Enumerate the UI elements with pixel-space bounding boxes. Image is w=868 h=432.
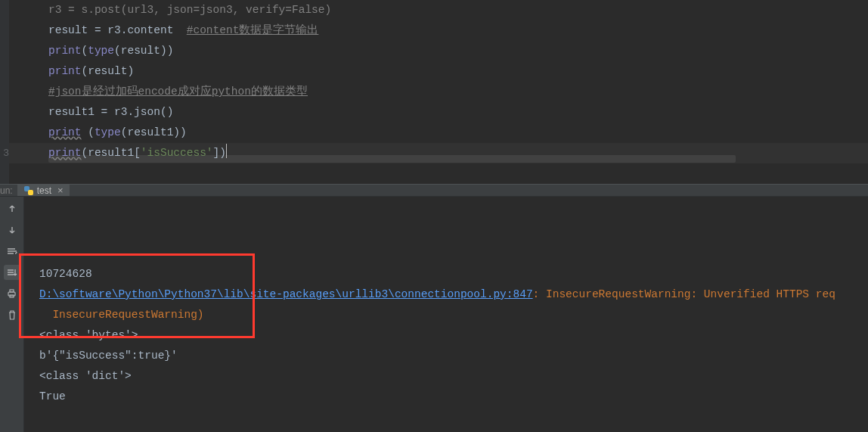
console-line: True [39, 387, 865, 407]
code-line[interactable]: print(result) [48, 61, 868, 82]
close-icon[interactable]: × [57, 185, 64, 196]
console-line: b'{"isSuccess":true}' [39, 346, 865, 366]
soft-wrap-icon[interactable] [4, 244, 20, 259]
python-file-icon [23, 185, 34, 196]
svg-rect-1 [10, 290, 14, 292]
run-tab-label: test [37, 185, 51, 196]
console-line: InsecureRequestWarning) [39, 305, 865, 325]
code-line[interactable]: result1 = r3.json() [48, 102, 868, 123]
print-icon[interactable] [4, 286, 20, 301]
run-label: un: [0, 185, 17, 196]
line-number-gutter: 3 [0, 0, 9, 184]
console-line: <class 'bytes'> [39, 325, 865, 346]
file-link[interactable]: D:\software\Python\Python37\lib\site-pac… [39, 288, 533, 300]
code-line[interactable]: print(type(result)) [48, 41, 868, 61]
code-line[interactable]: result = r3.content #content数据是字节输出 [48, 20, 868, 41]
console-pane: 10724628D:\software\Python\Python37\lib\… [0, 197, 868, 432]
console-toolbar [0, 197, 24, 432]
down-arrow-icon[interactable] [4, 222, 20, 238]
console-line [39, 407, 865, 427]
code-editor-pane: 3 r3 = s.post(url3, json=json3, verify=F… [0, 0, 868, 184]
console-line: 10724628 [39, 264, 865, 284]
run-tab[interactable]: test × [17, 185, 70, 196]
code-line[interactable]: r3 = s.post(url3, json=json3, verify=Fal… [48, 0, 868, 20]
console-line: <class 'dict'> [39, 366, 865, 387]
console-line: D:\software\Python\Python37\lib\site-pac… [39, 284, 865, 305]
up-arrow-icon[interactable] [4, 201, 20, 216]
code-line[interactable]: #json是经过加码encode成对应python的数据类型 [48, 82, 868, 102]
scroll-to-end-icon[interactable] [4, 265, 20, 280]
run-tool-header: un: test × [0, 184, 868, 197]
code-line[interactable]: print (type(result1)) [48, 123, 868, 143]
console-line: Process finished with exit code 0 [39, 427, 865, 432]
console-output[interactable]: 10724628D:\software\Python\Python37\lib\… [24, 197, 868, 432]
trash-icon[interactable] [4, 307, 20, 322]
